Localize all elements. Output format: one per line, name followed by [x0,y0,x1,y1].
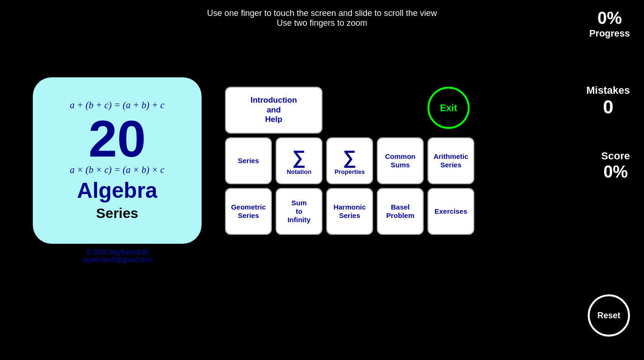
properties-button[interactable]: ∑ Properties [326,137,373,184]
instructions-text: Use one finger to touch the screen and s… [207,8,437,28]
score-value: 0% [601,162,630,182]
exit-label: Exit [440,103,457,113]
exit-button[interactable]: Exit [427,87,470,129]
mistakes-section: Mistakes 0 [586,84,630,118]
card-number: 20 [89,113,146,165]
progress-value: 0% [589,8,630,28]
card-subject: Algebra [77,178,157,203]
mistakes-value: 0 [586,97,630,118]
progress-section: 0% Progress [589,8,630,39]
reset-button[interactable]: Reset [588,294,630,337]
sum-infinity-button[interactable]: SumtoInfinity [276,188,322,235]
sigma-icon-notation: ∑ [292,146,306,168]
series-button[interactable]: Series [225,137,272,184]
mistakes-label: Mistakes [586,84,630,97]
score-section: Score 0% [601,150,630,182]
card-equation2: a × (b × c) = (a × b) × c [70,165,165,175]
app-card: a + (b + c) = (a + b) + c 20 a × (b × c)… [33,77,202,244]
card-equation1: a + (b + c) = (a + b) + c [70,100,165,111]
exercises-button[interactable]: Exercises [427,188,474,235]
progress-label: Progress [589,28,630,39]
copyright-line2: raysemisoft@gmail.com [33,256,202,263]
basel-button[interactable]: BaselProblem [377,188,424,235]
copyright-line1: © 2020 RaySemiSoft [33,248,202,256]
sigma-icon-properties: ∑ [343,146,357,168]
nav-grid: IntroductionandHelp Exit Series ∑ Notati… [225,87,474,235]
copyright: © 2020 RaySemiSoft raysemisoft@gmail.com [33,248,202,263]
geometric-button[interactable]: GeometricSeries [225,188,272,235]
intro-button[interactable]: IntroductionandHelp [225,87,322,134]
common-sums-button[interactable]: CommonSums [377,137,424,184]
notation-button[interactable]: ∑ Notation [276,137,322,184]
score-label: Score [601,150,630,162]
arithmetic-button[interactable]: ArithmeticSeries [427,137,474,184]
harmonic-button[interactable]: HarmonicSeries [326,188,373,235]
card-title: Series [96,205,138,221]
